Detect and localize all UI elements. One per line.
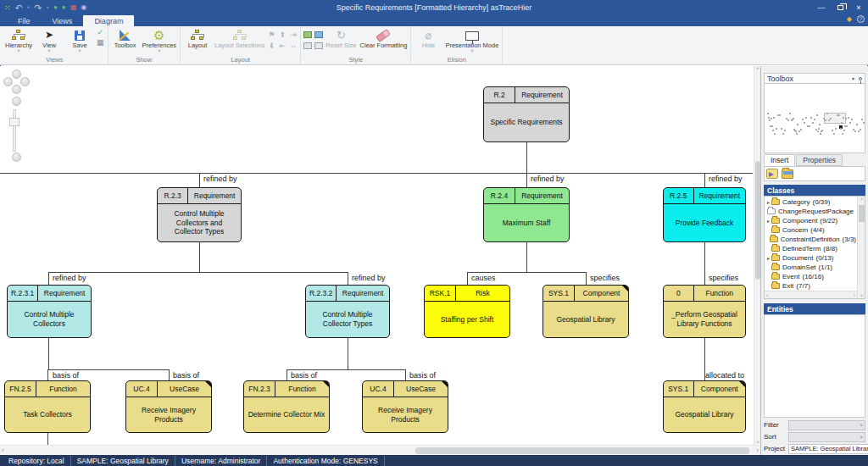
diagram-canvas[interactable]: refined byrefined byrefined byrefined by…: [0, 66, 754, 445]
canvas-horizontal-scrollbar[interactable]: ‹ ›: [0, 445, 760, 455]
clear-formatting-button[interactable]: Clear Formatting: [359, 27, 409, 49]
diagram-node-R.2.3[interactable]: R.2.3RequirementControl Multiple Collect…: [157, 187, 242, 242]
restore-button[interactable]: [831, 0, 849, 14]
tab-properties[interactable]: Properties: [796, 154, 843, 166]
toolbox-header[interactable]: Toolbox ▾: [764, 73, 865, 84]
layout-button[interactable]: Layout: [182, 27, 213, 49]
diagram-node-FN.2.3[interactable]: FN.2.3FunctionDetermine Collector Mix: [243, 380, 330, 433]
tab-views[interactable]: Views: [42, 15, 84, 26]
insert-package-icon[interactable]: [782, 169, 793, 179]
undo-dropdown-icon[interactable]: ˅: [27, 3, 31, 12]
diagram-node-R.2.3.1[interactable]: R.2.3.1RequirementControl Multiple Colle…: [7, 285, 92, 338]
vertical-scroll-thumb[interactable]: [755, 161, 760, 280]
line-style-icon[interactable]: [314, 31, 323, 38]
layout-selections-button[interactable]: Layout Selections: [213, 27, 266, 49]
class-item-Concern[interactable]: Concern(4/4): [765, 225, 856, 235]
close-button[interactable]: ×: [849, 0, 868, 14]
toolbox-button[interactable]: Toolbox: [110, 27, 141, 49]
distribute-icon[interactable]: ⇔: [288, 41, 298, 51]
zoom-out-button[interactable]: [12, 153, 21, 162]
hierarchy-button[interactable]: Hierarchy ˅: [3, 27, 34, 54]
diagram-node-RSK.1[interactable]: RSK.1RiskStaffing per Shift: [424, 285, 510, 338]
status-green-icon[interactable]: ●: [53, 3, 58, 12]
node-type: Function: [36, 381, 90, 397]
filter-select[interactable]: ˅: [788, 420, 865, 430]
hide-button[interactable]: ⌀ Hide: [413, 27, 443, 49]
diagram-node-0[interactable]: 0Function_Perform Geospatial Library Fun…: [663, 285, 746, 338]
diagram-node-R.2.5[interactable]: R.2.5RequirementProvide Feedback: [663, 187, 746, 242]
diagram-node-R.2.3.2[interactable]: R.2.3.2RequirementControl Multiple Colle…: [305, 285, 390, 338]
connector-line: [48, 338, 49, 369]
sort-select[interactable]: ˅: [788, 432, 865, 442]
align-right-icon[interactable]: ⇥: [288, 30, 298, 40]
customize-ribbon-icon[interactable]: ◆: [847, 16, 852, 23]
class-item-ChangeRequestPackage[interactable]: ChangeRequestPackage: [765, 207, 856, 216]
tab-file[interactable]: File: [7, 15, 42, 26]
insert-entity-icon[interactable]: [766, 169, 778, 179]
minimize-button[interactable]: —: [812, 0, 831, 14]
node-header: SYS.1Component: [664, 381, 745, 397]
class-item-DomainSet[interactable]: DomainSet(1/1): [765, 263, 856, 272]
preferences-button[interactable]: ⚙ Preferences ˅: [141, 27, 178, 54]
class-item-Document[interactable]: ▸Document(0/13): [765, 253, 856, 263]
entities-list[interactable]: [764, 314, 865, 418]
diagram-node-SYS.1[interactable]: SYS.1ComponentGeospatial Library: [542, 285, 629, 338]
classes-vertical-scrollbar[interactable]: ˄˅: [857, 197, 865, 298]
copy-style-icon[interactable]: [303, 42, 312, 49]
check-icon[interactable]: ✓: [97, 29, 104, 36]
class-item-ConstraintDefinition[interactable]: ConstraintDefinition(3/3): [765, 235, 856, 244]
pan-down-button[interactable]: [12, 85, 21, 94]
project-select[interactable]: SAMPLE: Geospatial Library ˅: [788, 444, 868, 454]
pan-left-button[interactable]: [3, 77, 13, 86]
class-item-Component[interactable]: ▸Component(9/22): [765, 216, 856, 225]
fill-style-icon[interactable]: [303, 31, 312, 38]
insert-toolbar: [764, 166, 865, 181]
expander-icon[interactable]: ▸: [765, 255, 771, 261]
canvas-vertical-scrollbar[interactable]: ˄ ˅: [754, 66, 760, 445]
class-item-Exit[interactable]: Exit(7/7): [765, 281, 856, 291]
fit-diagram-icon[interactable]: ▦: [97, 39, 104, 47]
pin-icon[interactable]: [859, 77, 862, 80]
class-count: (3/3): [843, 236, 856, 243]
zoom-slider-thumb[interactable]: [9, 118, 19, 126]
horizontal-scroll-thumb[interactable]: [415, 447, 749, 454]
help-icon[interactable]: ?: [857, 15, 865, 23]
view-button[interactable]: ➤ View ˅: [34, 27, 64, 54]
align-flag-icon[interactable]: ⚑: [266, 30, 276, 40]
zoom-in-button[interactable]: [12, 97, 21, 106]
status-green-icon-2[interactable]: ●: [62, 3, 66, 12]
diagram-node-UC.4[interactable]: UC.4UseCaseReceive Imagery Products: [125, 380, 212, 433]
diagram-node-R.2.4[interactable]: R.2.4RequirementMaximum Staff: [483, 187, 570, 242]
pan-up-button[interactable]: [12, 69, 21, 79]
zoom-slider-track[interactable]: [13, 109, 16, 152]
reset-size-button[interactable]: ↻ Reset Size: [324, 27, 358, 49]
expander-icon[interactable]: ▸: [765, 199, 771, 205]
class-item-Event[interactable]: Event(16/16): [765, 272, 856, 281]
minimap[interactable]: [764, 84, 865, 153]
redo-icon[interactable]: ↷: [34, 3, 42, 12]
about-icon[interactable]: ◉: [81, 3, 86, 12]
diagram-node-UC.4[interactable]: UC.4UseCaseReceive Imagery Products: [362, 380, 448, 433]
redo-dropdown-icon[interactable]: ˅: [47, 3, 50, 12]
tab-insert[interactable]: Insert: [764, 154, 795, 166]
undo-icon[interactable]: ↶: [15, 3, 23, 12]
presentation-mode-button[interactable]: Presentation Mode ˅: [443, 27, 500, 54]
expander-icon[interactable]: ▸: [765, 218, 771, 224]
diagram-node-SYS.1[interactable]: SYS.1ComponentGeospatial Library: [663, 380, 746, 433]
tab-diagram[interactable]: Diagram: [83, 15, 134, 26]
align-down-icon[interactable]: ⬇: [266, 41, 276, 51]
classes-list[interactable]: ˄˅ ▸Category(0/39)ChangeRequestPackage▸C…: [764, 196, 865, 299]
class-item-Category[interactable]: ▸Category(0/39): [765, 197, 856, 207]
save-button[interactable]: Save ˅: [64, 27, 95, 54]
diagram-node-R.2[interactable]: R.2RequirementSpecific Requirements: [483, 86, 570, 142]
toolbox-menu-icon[interactable]: ▾: [852, 75, 854, 81]
paste-style-icon[interactable]: [314, 42, 323, 49]
diagram-node-FN.2.5[interactable]: FN.2.5FunctionTask Collectors: [4, 380, 91, 433]
classes-horizontal-scrollbar[interactable]: ‹›: [765, 291, 857, 298]
grid-icon[interactable]: ▦: [70, 3, 77, 12]
align-up-icon[interactable]: ⬆: [277, 30, 287, 40]
align-left-icon[interactable]: ⇤: [277, 41, 287, 51]
class-item-DefinedTerm[interactable]: DefinedTerm(8/8): [765, 244, 856, 253]
node-name: Control Multiple Collector Types: [306, 302, 389, 337]
pan-right-button[interactable]: [20, 77, 30, 86]
